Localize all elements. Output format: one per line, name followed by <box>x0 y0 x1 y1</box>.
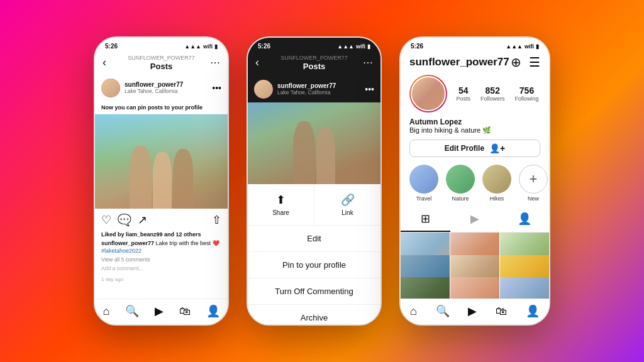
link-action[interactable]: 🔗 Link <box>314 184 380 225</box>
phone-3: 5:26 ▲▲▲ wifi ▮ sunflower_power77 ⊕ ☰ 54 <box>399 36 550 326</box>
share-icon[interactable]: ↗ <box>138 213 147 227</box>
wifi-icon-3: wifi <box>525 43 534 50</box>
profile-username: sunflower_power77 <box>409 56 509 69</box>
context-quick-actions: ⬆ Share 🔗 Link <box>248 184 380 226</box>
pin-menu-item[interactable]: Pin to your profile <box>248 252 380 278</box>
post-username-1: sunflower_power77 <box>125 81 208 88</box>
post-more-1[interactable]: ••• <box>212 83 221 93</box>
more-dots-2[interactable]: ⋯ <box>363 57 373 69</box>
search-icon[interactable]: 🔍 <box>125 304 139 318</box>
shop-icon[interactable]: 🛍 <box>179 305 191 318</box>
person-silhouette <box>173 149 193 209</box>
reels-icon-3[interactable]: ▶ <box>468 304 477 318</box>
back-arrow-1[interactable]: ‹ <box>103 56 106 69</box>
home-icon-3[interactable]: ⌂ <box>410 305 417 318</box>
profile-icon-3[interactable]: 👤 <box>526 304 540 318</box>
user-avatar-2[interactable] <box>254 80 273 99</box>
user-avatar-1[interactable] <box>101 79 120 97</box>
post-username-2: sunflower_power77 <box>277 82 360 89</box>
tab-grid[interactable]: ⊞ <box>401 207 450 232</box>
profile-header: sunflower_power77 ⊕ ☰ <box>401 52 549 75</box>
time-ago: 1 day ago <box>95 274 228 285</box>
bio-name: Autumn Lopez <box>409 118 540 126</box>
grid-cell-9[interactable] <box>500 277 549 299</box>
story-hikes[interactable]: Hikes <box>482 165 511 202</box>
link-action-icon: 🔗 <box>341 193 355 207</box>
status-bar-3: 5:26 ▲▲▲ wifi ▮ <box>401 38 549 52</box>
tab-reels[interactable]: ▶ <box>450 207 500 232</box>
post-user-info-2: sunflower_power77 Lake Tahoe, California <box>277 82 360 96</box>
story-new-circle: + <box>519 165 548 194</box>
profile-tabs: ⊞ ▶ 👤 <box>401 207 549 233</box>
status-bar-1: 5:26 ▲▲▲ wifi ▮ <box>95 38 228 52</box>
nav-username-1: SUNFLOWER_POWER77 <box>128 55 195 62</box>
status-icons-1: ▲▲▲ wifi ▮ <box>184 43 218 50</box>
grid-cell-7[interactable] <box>401 277 450 299</box>
more-dots-1[interactable]: ⋯ <box>210 57 220 69</box>
add-comment[interactable]: Add a comment... <box>101 265 221 272</box>
following-stat[interactable]: 756 Following <box>515 85 539 102</box>
person-silhouette <box>153 152 172 209</box>
view-comments[interactable]: View all 5 comments <box>101 256 221 263</box>
top-nav-1: ‹ SUNFLOWER_POWER77 Posts ⋯ <box>95 52 228 75</box>
turn-off-commenting-item[interactable]: Turn Off Commenting <box>248 278 380 305</box>
nav-title-1: Posts <box>128 62 195 71</box>
p2-dark-header: 5:26 ▲▲▲ wifi ▮ ‹ SUNFLOWER_POWER77 Post… <box>248 38 380 184</box>
share-action[interactable]: ⬆ Share <box>248 184 314 225</box>
comment-icon[interactable]: 💬 <box>118 213 131 227</box>
person-silhouette <box>130 146 152 209</box>
bookmark-icon[interactable]: ⇧ <box>212 213 221 227</box>
post-actions-1: ♡ 💬 ↗ ⇧ <box>95 209 228 231</box>
add-person-icon: 👤+ <box>489 143 505 153</box>
wifi-icon: wifi <box>203 43 213 50</box>
home-icon[interactable]: ⌂ <box>103 305 109 318</box>
pin-banner: Now you can pin posts to your profile <box>95 101 228 114</box>
add-post-icon[interactable]: ⊕ <box>511 55 521 70</box>
top-nav-2: ‹ SUNFLOWER_POWER77 Posts ⋯ <box>248 52 380 76</box>
post-more-2[interactable]: ••• <box>365 84 374 94</box>
edit-profile-button[interactable]: Edit Profile 👤+ <box>409 140 540 157</box>
battery-icon-3: ▮ <box>536 43 539 50</box>
signal-icon: ▲▲▲ <box>184 43 201 50</box>
battery-icon-2: ▮ <box>367 43 370 50</box>
search-icon-3[interactable]: 🔍 <box>436 304 450 318</box>
tab-tagged[interactable]: 👤 <box>499 207 549 232</box>
signal-icon-3: ▲▲▲ <box>506 43 523 50</box>
shop-icon-3[interactable]: 🛍 <box>496 305 507 318</box>
archive-menu-item[interactable]: Archive <box>248 305 380 326</box>
like-icon[interactable]: ♡ <box>101 213 111 227</box>
likes-row: Liked by liam_beanz99 and 12 others <box>101 231 221 238</box>
share-action-icon: ⬆ <box>276 193 286 207</box>
phone-1: 5:26 ▲▲▲ wifi ▮ ‹ SUNFLOWER_POWER77 Post… <box>94 36 229 326</box>
story-travel-circle <box>409 165 438 194</box>
story-new[interactable]: + New <box>519 165 548 202</box>
back-arrow-2[interactable]: ‹ <box>255 56 259 69</box>
phone-2: 5:26 ▲▲▲ wifi ▮ ‹ SUNFLOWER_POWER77 Post… <box>247 36 382 326</box>
reels-icon[interactable]: ▶ <box>155 304 164 318</box>
profile-icon[interactable]: 👤 <box>206 304 220 318</box>
post-image-1 <box>95 114 228 209</box>
status-bar-2: 5:26 ▲▲▲ wifi ▮ <box>248 38 380 52</box>
profile-avatar[interactable] <box>409 75 447 112</box>
profile-header-icons: ⊕ ☰ <box>511 55 540 70</box>
profile-stats: 54 Posts 852 Followers 756 Following <box>455 85 540 102</box>
followers-stat[interactable]: 852 Followers <box>480 85 505 102</box>
story-nature[interactable]: Nature <box>446 165 475 202</box>
time-2: 5:26 <box>258 43 270 50</box>
nav-title-2: Posts <box>280 62 348 71</box>
nav-username-2: SUNFLOWER_POWER77 <box>280 55 348 62</box>
grid-cell-8[interactable] <box>450 277 499 299</box>
profile-photo-grid <box>401 233 549 299</box>
edit-menu-item[interactable]: Edit <box>248 226 380 252</box>
story-travel[interactable]: Travel <box>409 165 438 202</box>
time-3: 5:26 <box>411 43 423 50</box>
wifi-icon-2: wifi <box>356 43 365 50</box>
context-menu: ⬆ Share 🔗 Link Edit Pin to your profile … <box>248 184 380 326</box>
status-icons-2: ▲▲▲ wifi ▮ <box>337 43 370 50</box>
hamburger-icon[interactable]: ☰ <box>529 55 540 70</box>
battery-icon: ▮ <box>214 43 218 50</box>
bottom-nav-1: ⌂ 🔍 ▶ 🛍 👤 <box>95 299 228 324</box>
profile-bio: Autumn Lopez Big into hiking & nature 🌿 <box>401 118 549 140</box>
post-header-1: sunflower_power77 Lake Tahoe, California… <box>95 75 228 101</box>
status-icons-3: ▲▲▲ wifi ▮ <box>506 43 539 50</box>
